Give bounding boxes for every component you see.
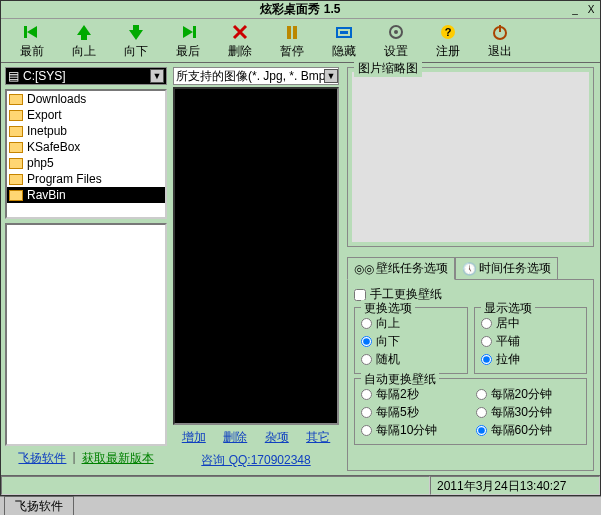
arrow-down-icon — [127, 21, 145, 43]
image-preview — [173, 87, 339, 425]
interval-20m-radio[interactable]: 每隔20分钟 — [476, 386, 581, 403]
right-panel: 图片缩略图 ◎◎ 壁纸任务选项 🕔 时间任务选项 手工更换壁纸 — [341, 63, 600, 475]
up-button[interactable]: 向上 — [63, 21, 105, 60]
status-left — [1, 476, 430, 495]
svg-point-7 — [394, 30, 398, 34]
exit-button[interactable]: 退出 — [479, 21, 521, 60]
sub-file-list[interactable] — [5, 223, 167, 446]
misc-link[interactable]: 杂项 — [265, 429, 289, 446]
thumbnail-title: 图片缩略图 — [354, 60, 422, 77]
latest-version-link[interactable]: 获取最新版本 — [82, 450, 154, 467]
filter-text: 所支持的图像(*. Jpg, *. Bmp — [176, 68, 324, 85]
pause-icon — [283, 21, 301, 43]
folder-icon — [9, 94, 23, 105]
hide-button[interactable]: 隐藏 — [323, 21, 365, 60]
other-link[interactable]: 其它 — [306, 429, 330, 446]
filter-combobox[interactable]: 所支持的图像(*. Jpg, *. Bmp ▼ — [173, 67, 339, 85]
folder-icon — [9, 126, 23, 137]
drive-icon: ▤ — [8, 69, 19, 83]
last-button[interactable]: 最后 — [167, 21, 209, 60]
hide-icon — [335, 21, 353, 43]
display-group-title: 显示选项 — [481, 300, 535, 317]
list-item[interactable]: KSafeBox — [7, 139, 165, 155]
display-center-radio[interactable]: 居中 — [481, 315, 581, 332]
statusbar: 2011年3月24日13:40:27 — [1, 475, 600, 495]
wallpaper-icon: ◎◎ — [354, 262, 374, 276]
tab-wallpaper[interactable]: ◎◎ 壁纸任务选项 — [347, 257, 455, 280]
add-link[interactable]: 增加 — [182, 429, 206, 446]
front-button[interactable]: 最前 — [11, 21, 53, 60]
minimize-button[interactable]: _ — [568, 3, 582, 17]
switch-group-title: 更换选项 — [361, 300, 415, 317]
clock-icon: 🕔 — [462, 262, 477, 276]
svg-text:?: ? — [445, 26, 452, 38]
folder-icon — [9, 190, 23, 201]
titlebar: 炫彩桌面秀 1.5 _ X — [1, 1, 600, 19]
tab-time[interactable]: 🕔 时间任务选项 — [455, 257, 558, 280]
chevron-down-icon[interactable]: ▼ — [324, 69, 338, 83]
folder-list[interactable]: Downloads Export Inetpub KSafeBox php5 P… — [5, 89, 167, 219]
last-icon — [179, 21, 197, 43]
close-button[interactable]: X — [584, 3, 598, 17]
interval-10m-radio[interactable]: 每隔10分钟 — [361, 422, 466, 439]
settings-button[interactable]: 设置 — [375, 21, 417, 60]
svg-rect-1 — [193, 26, 196, 38]
list-item[interactable]: RavBin — [7, 187, 165, 203]
gear-icon — [387, 21, 405, 43]
display-tile-radio[interactable]: 平铺 — [481, 333, 581, 350]
switch-random-radio[interactable]: 随机 — [361, 351, 461, 368]
display-stretch-radio[interactable]: 拉伸 — [481, 351, 581, 368]
taskbar: 飞扬软件 — [0, 496, 601, 515]
list-item[interactable]: php5 — [7, 155, 165, 171]
drive-select[interactable]: ▤ C:[SYS] ▼ — [5, 67, 167, 85]
toolbar: 最前 向上 向下 最后 删除 暂停 隐藏 设置 — [1, 19, 600, 63]
help-icon: ? — [439, 21, 457, 43]
svg-rect-0 — [24, 26, 27, 38]
auto-group-title: 自动更换壁纸 — [361, 371, 439, 388]
register-button[interactable]: ? 注册 — [427, 21, 469, 60]
interval-2s-radio[interactable]: 每隔2秒 — [361, 386, 466, 403]
interval-30m-radio[interactable]: 每隔30分钟 — [476, 404, 581, 421]
arrow-up-icon — [75, 21, 93, 43]
power-icon — [491, 21, 509, 43]
folder-icon — [9, 110, 23, 121]
middle-panel: 所支持的图像(*. Jpg, *. Bmp ▼ 增加 删除 杂项 其它 咨询 Q… — [171, 63, 341, 475]
pause-button[interactable]: 暂停 — [271, 21, 313, 60]
left-panel: ▤ C:[SYS] ▼ Downloads Export Inetpub KSa… — [1, 63, 171, 475]
svg-rect-3 — [293, 26, 297, 39]
folder-icon — [9, 174, 23, 185]
thumbnail-preview — [352, 72, 589, 242]
chevron-down-icon[interactable]: ▼ — [150, 69, 164, 83]
switch-up-radio[interactable]: 向上 — [361, 315, 461, 332]
status-time: 2011年3月24日13:40:27 — [430, 476, 600, 495]
list-item[interactable]: Export — [7, 107, 165, 123]
svg-rect-5 — [340, 31, 348, 34]
delete-icon — [231, 21, 249, 43]
list-item[interactable]: Program Files — [7, 171, 165, 187]
interval-60m-radio[interactable]: 每隔60分钟 — [476, 422, 581, 439]
tab-content: 手工更换壁纸 更换选项 向上 向下 随机 显示选项 居中 平铺 拉伸 — [347, 279, 594, 471]
delete-link[interactable]: 删除 — [223, 429, 247, 446]
list-item[interactable]: Inetpub — [7, 123, 165, 139]
taskbar-app-button[interactable]: 飞扬软件 — [4, 496, 74, 516]
folder-icon — [9, 158, 23, 169]
drive-label: C:[SYS] — [23, 69, 150, 83]
first-icon — [23, 21, 41, 43]
software-link[interactable]: 飞扬软件 — [18, 450, 66, 467]
svg-rect-2 — [287, 26, 291, 39]
interval-5s-radio[interactable]: 每隔5秒 — [361, 404, 466, 421]
qq-contact-link[interactable]: 咨询 QQ:170902348 — [173, 450, 339, 471]
list-item[interactable]: Downloads — [7, 91, 165, 107]
delete-button[interactable]: 删除 — [219, 21, 261, 60]
window-title: 炫彩桌面秀 1.5 — [260, 1, 340, 18]
down-button[interactable]: 向下 — [115, 21, 157, 60]
switch-down-radio[interactable]: 向下 — [361, 333, 461, 350]
folder-icon — [9, 142, 23, 153]
